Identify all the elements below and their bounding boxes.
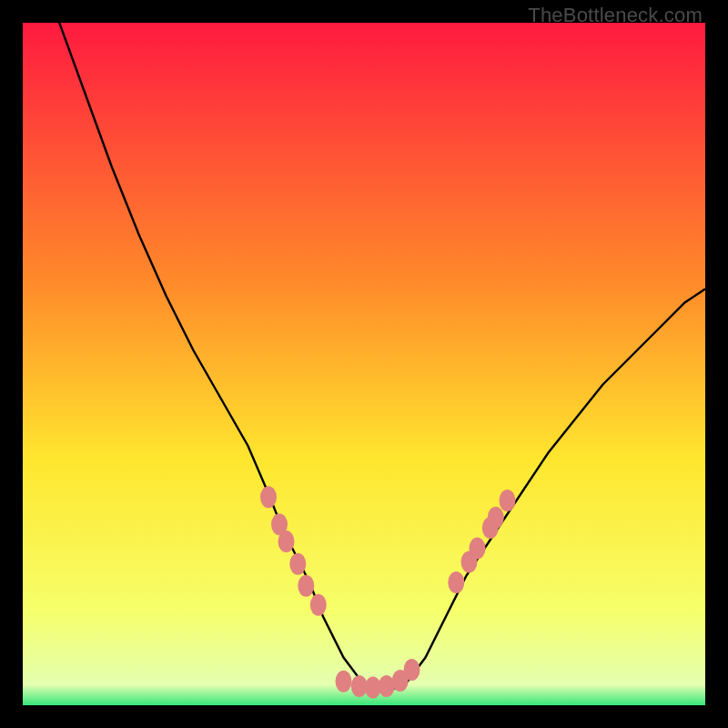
marker-right bbox=[470, 538, 486, 560]
marker-left bbox=[260, 486, 277, 508]
marker-right bbox=[500, 490, 516, 511]
watermark-text: TheBottleneck.com bbox=[528, 4, 703, 27]
marker-left bbox=[298, 575, 314, 597]
plot-area bbox=[23, 23, 705, 705]
gradient-background bbox=[23, 23, 705, 705]
marker-right bbox=[448, 571, 464, 593]
marker-left bbox=[278, 531, 295, 552]
marker-left bbox=[310, 594, 327, 616]
chart-frame: TheBottleneck.com bbox=[0, 0, 728, 728]
marker-left bbox=[289, 553, 306, 575]
marker-right bbox=[488, 507, 504, 529]
marker-bottom bbox=[336, 671, 352, 693]
plot-svg bbox=[23, 23, 705, 705]
marker-bottom bbox=[404, 659, 420, 681]
